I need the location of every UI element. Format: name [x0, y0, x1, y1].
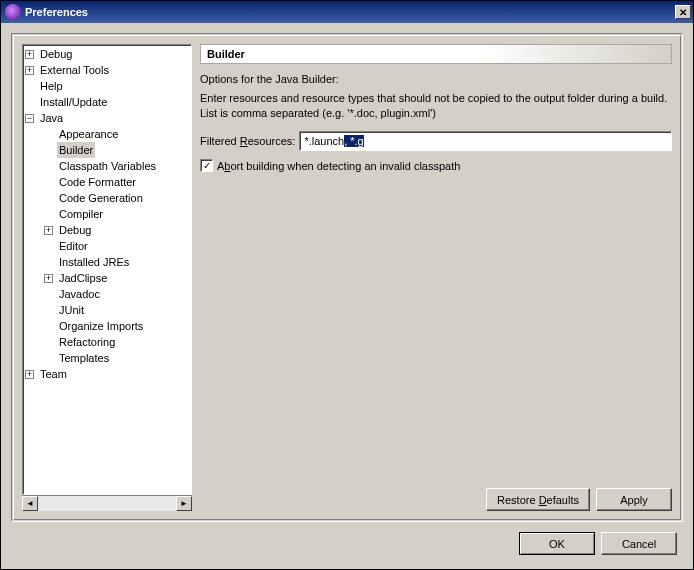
tree-item-label: Help	[38, 78, 65, 94]
tree-item[interactable]: Code Formatter	[23, 174, 191, 190]
tree-item[interactable]: Code Generation	[23, 190, 191, 206]
tree-item-label: Code Generation	[57, 190, 145, 206]
tree-item-label: External Tools	[38, 62, 111, 78]
content-area: +Debug+External ToolsHelpInstall/Update−…	[1, 23, 693, 569]
page-buttons: Restore Defaults Apply	[200, 488, 672, 511]
tree-item-label: Classpath Variables	[57, 158, 158, 174]
page-subheading: Options for the Java Builder:	[200, 72, 672, 87]
window-title: Preferences	[25, 6, 88, 18]
page-heading: Builder	[200, 44, 672, 64]
dialog-buttons: OK Cancel	[11, 522, 683, 559]
tree-item-label: Builder	[57, 142, 95, 158]
scroll-left-button[interactable]: ◄	[22, 496, 38, 511]
tree-item[interactable]: +JadClipse	[23, 270, 191, 286]
tree-expander-icon[interactable]: +	[44, 274, 53, 283]
tree-item[interactable]: Editor	[23, 238, 191, 254]
tree-item-label: Templates	[57, 350, 111, 366]
tree-panel: +Debug+External ToolsHelpInstall/Update−…	[22, 44, 192, 511]
tree-item-label: Java	[38, 110, 65, 126]
tree-item-label: Organize Imports	[57, 318, 145, 334]
restore-defaults-button[interactable]: Restore Defaults	[486, 488, 590, 511]
page-description: Enter resources and resource types that …	[200, 91, 672, 121]
tree-item-label: JadClipse	[57, 270, 109, 286]
tree-expander-icon[interactable]: +	[25, 50, 34, 59]
scroll-right-button[interactable]: ►	[176, 496, 192, 511]
filtered-resources-input[interactable]: *.launch, *.g	[299, 131, 672, 151]
tree-expander-icon[interactable]: +	[25, 66, 34, 75]
tree-item[interactable]: Javadoc	[23, 286, 191, 302]
tree-item[interactable]: Refactoring	[23, 334, 191, 350]
tree-item[interactable]: Appearance	[23, 126, 191, 142]
tree-item-label: Debug	[38, 46, 74, 62]
tree-item[interactable]: +Debug	[23, 222, 191, 238]
tree-item-label: Debug	[57, 222, 93, 238]
tree-hscrollbar[interactable]: ◄ ►	[22, 495, 192, 511]
tree-item[interactable]: JUnit	[23, 302, 191, 318]
tree-item[interactable]: +Team	[23, 366, 191, 382]
tree-expander-icon[interactable]: +	[25, 370, 34, 379]
tree-item-label: Installed JREs	[57, 254, 131, 270]
cancel-button[interactable]: Cancel	[601, 532, 677, 555]
preferences-tree: +Debug+External ToolsHelpInstall/Update−…	[23, 45, 191, 383]
preferences-window: Preferences ✕ +Debug+External ToolsHelpI…	[0, 0, 694, 570]
close-button[interactable]: ✕	[675, 5, 691, 19]
tree-item[interactable]: Help	[23, 78, 191, 94]
tree-item-label: Team	[38, 366, 69, 382]
tree-item-label: Code Formatter	[57, 174, 138, 190]
tree-item-label: Refactoring	[57, 334, 117, 350]
tree-item-label: Compiler	[57, 206, 105, 222]
tree-item[interactable]: +External Tools	[23, 62, 191, 78]
filtered-resources-row: Filtered Resources: *.launch, *.g	[200, 131, 672, 151]
tree-viewport[interactable]: +Debug+External ToolsHelpInstall/Update−…	[22, 44, 192, 495]
tree-item[interactable]: Builder	[23, 142, 191, 158]
tree-item-label: Editor	[57, 238, 90, 254]
tree-item[interactable]: +Debug	[23, 46, 191, 62]
filtered-resources-label: Filtered Resources:	[200, 135, 295, 147]
tree-item[interactable]: Compiler	[23, 206, 191, 222]
titlebar: Preferences ✕	[1, 1, 693, 23]
eclipse-icon	[5, 4, 21, 20]
tree-item[interactable]: Installed JREs	[23, 254, 191, 270]
scroll-track[interactable]	[38, 496, 176, 511]
tree-expander-icon[interactable]: +	[44, 226, 53, 235]
tree-item-label: Appearance	[57, 126, 120, 142]
abort-building-checkbox[interactable]: ✓	[200, 159, 213, 172]
tree-item[interactable]: −Java	[23, 110, 191, 126]
ok-button[interactable]: OK	[519, 532, 595, 555]
abort-building-row: ✓ Abort building when detecting an inval…	[200, 159, 672, 172]
settings-page: Builder Options for the Java Builder: En…	[200, 44, 672, 511]
tree-expander-icon[interactable]: −	[25, 114, 34, 123]
tree-item[interactable]: Classpath Variables	[23, 158, 191, 174]
tree-item[interactable]: Organize Imports	[23, 318, 191, 334]
abort-building-label: Abort building when detecting an invalid…	[217, 160, 460, 172]
apply-button[interactable]: Apply	[596, 488, 672, 511]
tree-item-label: Javadoc	[57, 286, 102, 302]
tree-item-label: Install/Update	[38, 94, 109, 110]
tree-item[interactable]: Install/Update	[23, 94, 191, 110]
tree-item-label: JUnit	[57, 302, 86, 318]
tree-item[interactable]: Templates	[23, 350, 191, 366]
